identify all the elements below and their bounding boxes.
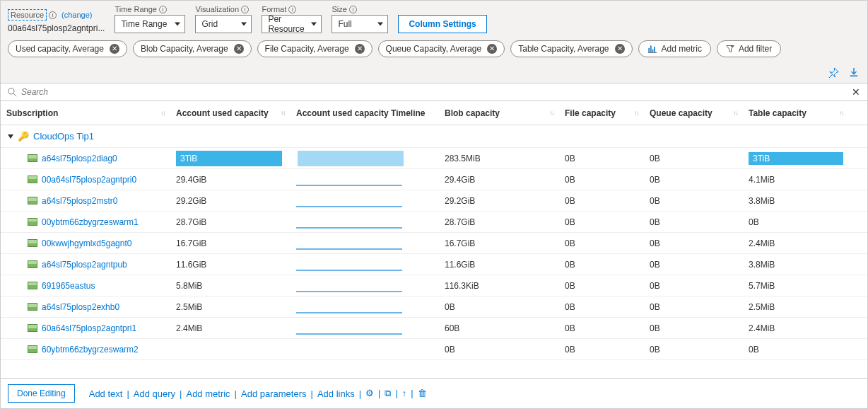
add-text-link[interactable]: Add text	[89, 388, 123, 399]
metric-pill-row: Used capacity, Average✕Blob Capacity, Av…	[1, 40, 867, 64]
metric-pill-label: Queue Capacity, Average	[386, 44, 482, 54]
storage-icon	[28, 239, 37, 247]
storage-account-link[interactable]: a64sl75plosp2exhb0	[6, 302, 119, 312]
table-row[interactable]: 60a64sl75plosp2agntpri1 2.4MiB 60B 0B 0B…	[1, 318, 867, 339]
storage-icon	[28, 260, 37, 268]
table-row[interactable]: 00a64sl75plosp2agntpri0 29.4GiB 29.4GiB …	[1, 169, 867, 190]
add-links-link[interactable]: Add links	[317, 388, 355, 399]
add-filter-button[interactable]: + Add filter	[717, 40, 781, 57]
arrow-up-icon[interactable]: ↑	[402, 388, 407, 399]
file-capacity-cell: 0B	[565, 238, 575, 248]
storage-account-link[interactable]: a64sl75plosp2mstr0	[6, 196, 117, 206]
storage-account-link[interactable]: 00ybtm66zbygrzeswarm1	[6, 217, 139, 227]
size-label: Size	[332, 5, 346, 13]
gear-icon[interactable]: ⚙	[365, 388, 374, 399]
close-icon[interactable]: ✕	[852, 86, 860, 98]
search-row: ✕	[1, 83, 867, 101]
visualization-select[interactable]: Grid	[195, 15, 252, 33]
trash-icon[interactable]: 🗑	[418, 388, 427, 399]
col-subscription[interactable]: Subscription↑↓	[1, 108, 170, 118]
blob-capacity-cell: 29.2GiB	[445, 196, 475, 206]
format-label: Format	[262, 5, 286, 13]
metric-pill-label: Table Capacity, Average	[518, 44, 609, 54]
group-row[interactable]: 🔑 CloudOps Tip1	[1, 125, 867, 148]
remove-icon[interactable]: ✕	[615, 44, 625, 54]
storage-account-link[interactable]: 00a64sl75plosp2agntpri0	[6, 175, 136, 185]
storage-icon	[28, 154, 37, 162]
column-settings-button[interactable]: Column Settings	[398, 15, 486, 33]
download-icon[interactable]	[849, 67, 859, 80]
file-capacity-cell: 0B	[565, 175, 575, 185]
blob-capacity-cell: 0B	[445, 302, 455, 312]
key-icon: 🔑	[18, 131, 29, 142]
size-select[interactable]: Full	[332, 15, 388, 33]
table-row[interactable]: 691965eastus 5.8MiB 116.3KiB 0B 0B 5.7Mi…	[1, 275, 867, 296]
table-row[interactable]: 60ybtm66zbygrzeswarm2 0B 0B 0B 0B	[1, 339, 867, 360]
table-row[interactable]: 00kwwjhgymlxd5gagnt0 16.7GiB 16.7GiB 0B …	[1, 233, 867, 254]
change-link[interactable]: (change)	[61, 11, 92, 19]
used-capacity-cell: 28.7GiB	[176, 217, 206, 227]
add-metric-button[interactable]: Add metric	[638, 40, 711, 57]
file-capacity-cell: 0B	[565, 260, 575, 270]
table-capacity-cell: 0B	[749, 345, 759, 355]
table-row[interactable]: 00ybtm66zbygrzeswarm1 28.7GiB 28.7GiB 0B…	[1, 212, 867, 233]
file-capacity-cell: 0B	[565, 217, 575, 227]
file-capacity-cell: 0B	[565, 323, 575, 333]
add-parameters-link[interactable]: Add parameters	[241, 388, 307, 399]
copy-icon[interactable]: ⧉	[385, 388, 391, 399]
col-used[interactable]: Account used capacity↑↓	[170, 108, 291, 118]
used-capacity-cell: 29.2GiB	[176, 196, 206, 206]
remove-icon[interactable]: ✕	[355, 44, 365, 54]
queue-capacity-cell: 0B	[650, 260, 660, 270]
add-query-link[interactable]: Add query	[134, 388, 175, 399]
metric-pill[interactable]: Used capacity, Average✕	[8, 40, 127, 57]
format-select[interactable]: Per Resource	[262, 15, 322, 33]
resource-value: 00a64sl75plosp2agntpri...	[8, 22, 105, 33]
filter-icon: +	[726, 45, 734, 53]
timeline-cell	[296, 333, 402, 335]
queue-capacity-cell: 0B	[650, 175, 660, 185]
storage-account-link[interactable]: a64sl75plosp2diag0	[6, 154, 117, 163]
col-timeline[interactable]: Account used capacity Timeline	[291, 108, 439, 118]
metric-pill[interactable]: File Capacity, Average✕	[257, 40, 373, 57]
storage-account-link[interactable]: 60a64sl75plosp2agntpri1	[6, 323, 136, 333]
table-row[interactable]: a64sl75plosp2diag0 3TiB 283.5MiB 0B 0B 3…	[1, 148, 867, 169]
search-icon	[8, 88, 17, 97]
done-editing-button[interactable]: Done Editing	[8, 384, 75, 403]
resource-picker[interactable]: Resource i (change) 00a64sl75plosp2agntp…	[8, 9, 105, 33]
remove-icon[interactable]: ✕	[487, 44, 497, 54]
remove-icon[interactable]: ✕	[234, 44, 244, 54]
col-blob[interactable]: Blob capacity↑↓	[439, 108, 559, 118]
metric-pill[interactable]: Queue Capacity, Average✕	[378, 40, 505, 57]
storage-icon	[28, 303, 37, 311]
time-range-select[interactable]: Time Range	[115, 15, 185, 33]
storage-account-link[interactable]: 691965eastus	[6, 281, 95, 291]
blob-capacity-cell: 283.5MiB	[445, 154, 481, 163]
add-metric-link[interactable]: Add metric	[186, 388, 230, 399]
remove-icon[interactable]: ✕	[110, 44, 119, 54]
queue-capacity-cell: 0B	[650, 323, 660, 333]
timeline-cell	[296, 185, 402, 186]
table-row[interactable]: a64sl75plosp2mstr0 29.2GiB 29.2GiB 0B 0B…	[1, 190, 867, 212]
pin-icon[interactable]	[828, 67, 839, 80]
metric-pill[interactable]: Table Capacity, Average✕	[510, 40, 632, 57]
table-row[interactable]: a64sl75plosp2exhb0 2.5MiB 0B 0B 0B 2.5Mi…	[1, 296, 867, 318]
queue-capacity-cell: 0B	[650, 217, 660, 227]
col-table[interactable]: Table capacity↑↓	[743, 108, 849, 118]
storage-account-link[interactable]: a64sl75plosp2agntpub	[6, 260, 127, 270]
table-row[interactable]: a64sl75plosp2agntpub 11.6GiB 11.6GiB 0B …	[1, 254, 867, 275]
sort-icon: ↑↓	[634, 109, 638, 117]
storage-account-link[interactable]: 00kwwjhgymlxd5gagnt0	[6, 238, 131, 248]
blob-capacity-cell: 16.7GiB	[445, 238, 475, 248]
col-queue[interactable]: Queue capacity↑↓	[644, 108, 743, 118]
header-actions	[1, 64, 867, 83]
svg-text:+: +	[731, 45, 734, 49]
search-input[interactable]	[21, 87, 852, 97]
storage-account-link[interactable]: 60ybtm66zbygrzeswarm2	[6, 345, 139, 355]
metric-pill[interactable]: Blob Capacity, Average✕	[133, 40, 252, 57]
file-capacity-cell: 0B	[565, 345, 575, 355]
table-capacity-cell: 2.4MiB	[749, 238, 775, 248]
sort-icon: ↑↓	[281, 109, 285, 117]
table-header: Subscription↑↓ Account used capacity↑↓ A…	[1, 101, 867, 125]
col-file[interactable]: File capacity↑↓	[559, 108, 644, 118]
